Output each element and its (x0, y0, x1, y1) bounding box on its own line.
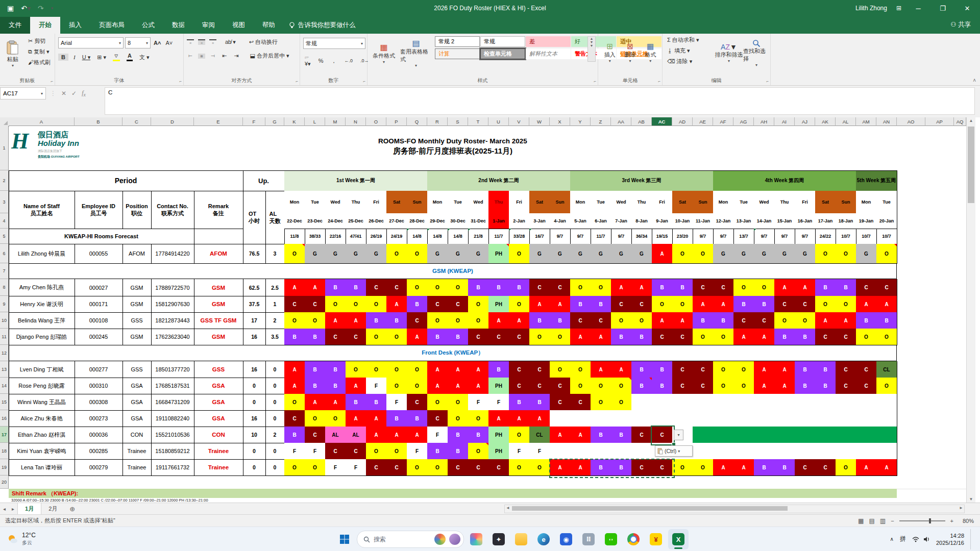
sheet-tab-1月[interactable]: 1月 (17, 503, 41, 514)
col-header-Y[interactable]: Y (570, 117, 591, 126)
shift-cell[interactable] (795, 394, 816, 411)
shift-cell[interactable]: A (774, 279, 795, 296)
ribbon-collapse-icon[interactable]: ˄ (973, 78, 976, 83)
tab-插入[interactable]: 插入 (60, 17, 90, 34)
view-normal-icon[interactable]: ▦ (858, 517, 864, 524)
row-header-18[interactable]: 18 (0, 443, 9, 459)
shift-cell[interactable]: A (346, 312, 366, 329)
shift-cell[interactable]: C (529, 378, 550, 394)
shift-cell[interactable]: G (366, 244, 387, 264)
shift-cell[interactable]: O (876, 378, 897, 394)
shift-cell[interactable]: O (468, 296, 489, 313)
shift-cell[interactable]: B (386, 410, 407, 427)
shift-cell[interactable]: A (570, 329, 591, 345)
shift-cell[interactable]: B (815, 378, 836, 394)
cell-style-6[interactable]: 计算 (435, 48, 480, 59)
cell-style-8[interactable]: 解释性文本 (526, 48, 571, 59)
shift-cell[interactable]: A (284, 378, 305, 394)
shift-cell[interactable]: A (529, 296, 550, 313)
shift-cell[interactable]: O (611, 312, 632, 329)
shift-cell[interactable]: A (876, 459, 897, 476)
shift-cell[interactable]: A (652, 312, 673, 329)
shift-cell[interactable]: A (754, 361, 775, 378)
input-method-indicator[interactable]: 拼 (900, 535, 906, 543)
insert-button[interactable]: ⊞插入▾ (601, 37, 619, 68)
shift-cell[interactable]: C (631, 459, 652, 476)
shift-cell[interactable] (795, 410, 816, 427)
shift-cell[interactable]: O (386, 361, 407, 378)
row-header-9[interactable]: 9 (0, 296, 9, 312)
shift-cell[interactable]: C (631, 296, 652, 313)
shift-cell[interactable] (631, 443, 652, 460)
shift-cell[interactable]: O (713, 361, 734, 378)
col-header-M[interactable]: M (325, 117, 346, 126)
minimize-button[interactable]: ─ (911, 5, 926, 12)
shift-cell[interactable]: B (325, 361, 346, 378)
shift-cell[interactable]: C (774, 296, 795, 313)
shift-cell[interactable]: O (346, 361, 366, 378)
shift-cell[interactable] (713, 410, 734, 427)
view-pagebreak-icon[interactable]: ▥ (880, 517, 886, 524)
col-header-D[interactable]: D (151, 117, 194, 126)
shift-cell[interactable]: A (468, 378, 489, 394)
shift-cell[interactable]: C (672, 361, 693, 378)
shift-cell[interactable]: G (733, 244, 754, 264)
shift-cell[interactable]: O (509, 244, 530, 264)
shift-cell[interactable]: PH (488, 443, 509, 460)
paste-button[interactable]: 粘贴▾ (2, 36, 23, 72)
row-header-14[interactable]: 14 (0, 378, 9, 394)
dialog-launcher-icon[interactable]: ⌐ (363, 79, 365, 84)
shift-cell[interactable]: O (448, 279, 469, 296)
shift-cell[interactable]: O (366, 443, 387, 460)
percent-icon[interactable]: % (317, 57, 325, 64)
shift-cell[interactable]: C (509, 378, 530, 394)
shift-cell[interactable]: B (631, 329, 652, 345)
tab-开始[interactable]: 开始 (30, 17, 60, 34)
dialog-launcher-icon[interactable]: ⌐ (594, 79, 596, 84)
cell-dropdown-button[interactable]: ▾ (674, 430, 683, 440)
user-name[interactable]: Lilith Zhong (855, 5, 887, 12)
shift-cell[interactable]: C (836, 378, 856, 394)
shift-cell[interactable]: C (611, 296, 632, 313)
col-header-AD[interactable]: AD (672, 117, 693, 126)
shift-cell[interactable]: C (733, 312, 754, 329)
shift-cell[interactable]: A (693, 296, 714, 313)
cell-style-3[interactable]: 差 (526, 36, 571, 47)
shift-cell[interactable]: A (284, 361, 305, 378)
shift-cell[interactable]: B (631, 361, 652, 378)
shift-cell[interactable]: O (448, 410, 469, 427)
shift-cell[interactable] (754, 443, 775, 460)
shift-cell[interactable]: B (652, 279, 673, 296)
shift-cell[interactable]: C (550, 279, 571, 296)
align-center-icon[interactable]: ≡ (198, 54, 205, 59)
shift-cell[interactable]: O (795, 312, 816, 329)
shift-cell[interactable]: O (468, 312, 489, 329)
shift-cell[interactable]: B (325, 279, 346, 296)
shift-cell[interactable]: A (795, 279, 816, 296)
align-bottom-icon[interactable]: ≡ (209, 39, 216, 45)
borders-button[interactable]: ⊞ ▾ (95, 54, 108, 61)
shift-cell[interactable]: AL (325, 427, 346, 443)
col-header-F[interactable]: F (243, 117, 265, 126)
shift-cell[interactable]: B (591, 459, 611, 476)
shift-cell[interactable]: C (366, 279, 387, 296)
shift-cell[interactable]: B (448, 427, 469, 443)
shift-cell[interactable]: O (427, 279, 448, 296)
shift-cell[interactable]: O (570, 361, 591, 378)
shift-cell[interactable]: A (325, 312, 346, 329)
col-header-A[interactable]: A (9, 117, 75, 126)
col-header-U[interactable]: U (488, 117, 509, 126)
fill-color-button[interactable]: 🜄 (111, 53, 121, 62)
redo-icon[interactable]: ↷ (38, 0, 44, 16)
shift-cell[interactable]: F (427, 427, 448, 443)
shift-cell[interactable]: O (570, 279, 591, 296)
shift-cell[interactable]: B (631, 378, 652, 394)
dialog-launcher-icon[interactable]: ⌐ (296, 79, 298, 84)
weather-widget[interactable]: 12°C多云 (0, 532, 43, 546)
shift-cell[interactable]: A (652, 244, 673, 264)
shift-cell[interactable]: B (488, 361, 509, 378)
tab-公式[interactable]: 公式 (133, 17, 163, 34)
shift-cell[interactable]: A (591, 361, 611, 378)
shift-cell[interactable]: C (836, 361, 856, 378)
shift-cell[interactable]: B (305, 361, 326, 378)
